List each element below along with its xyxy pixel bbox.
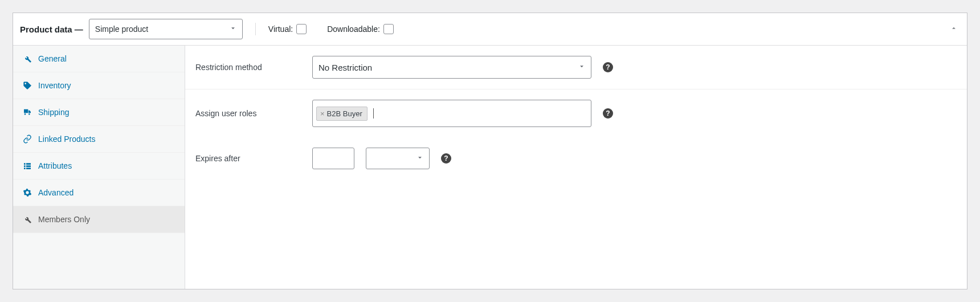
tab-inventory[interactable]: Inventory	[13, 72, 185, 99]
truck-icon	[22, 107, 32, 117]
tab-link-linked[interactable]: Linked Products	[13, 126, 185, 152]
link-icon	[22, 134, 32, 144]
wrench-icon	[22, 214, 32, 225]
tab-link-inventory[interactable]: Inventory	[13, 72, 185, 99]
product-type-select-wrap: Simple product	[89, 19, 243, 39]
tab-shipping[interactable]: Shipping	[13, 99, 185, 126]
restriction-method-label: Restriction method	[195, 63, 301, 72]
collapse-toggle-icon[interactable]	[950, 25, 958, 34]
tab-link-attributes[interactable]: Attributes	[13, 153, 185, 179]
tab-link-advanced[interactable]: Advanced	[13, 179, 185, 206]
text-cursor	[373, 108, 374, 119]
expires-after-row: Expires after ?	[185, 137, 967, 179]
tab-label: Inventory	[38, 81, 71, 90]
help-icon[interactable]: ?	[603, 108, 613, 119]
expires-value-input[interactable]	[312, 148, 354, 169]
restriction-method-row: Restriction method No Restriction ?	[185, 46, 967, 89]
tag-icon	[22, 80, 32, 91]
separator	[255, 23, 256, 35]
tab-link-shipping[interactable]: Shipping	[13, 99, 185, 125]
panel-title: Product data —	[20, 25, 83, 34]
tab-link-general[interactable]: General	[13, 46, 185, 72]
gear-icon	[22, 187, 32, 198]
expires-after-label: Expires after	[195, 154, 301, 163]
assign-user-roles-label: Assign user roles	[195, 109, 301, 118]
restriction-select-wrap: No Restriction	[312, 56, 591, 79]
product-data-tabs: GeneralInventoryShippingLinked ProductsA…	[13, 46, 185, 289]
tab-members[interactable]: Members Only	[13, 206, 185, 233]
tab-label: Attributes	[38, 161, 72, 170]
downloadable-checkbox[interactable]	[383, 24, 394, 34]
role-chip: × B2B Buyer	[316, 107, 368, 121]
tab-advanced[interactable]: Advanced	[13, 179, 185, 206]
role-chip-label: B2B Buyer	[327, 109, 362, 118]
list-icon	[22, 161, 32, 171]
tab-label: Members Only	[38, 215, 90, 224]
tab-label: Shipping	[38, 108, 70, 117]
downloadable-label: Downloadable:	[327, 25, 380, 34]
tab-label: Linked Products	[38, 134, 95, 144]
expires-unit-wrap	[366, 148, 430, 169]
panel-header: Product data — Simple product Virtual: D…	[13, 13, 967, 46]
help-icon[interactable]: ?	[441, 153, 451, 164]
restriction-method-select[interactable]: No Restriction	[312, 56, 591, 79]
virtual-checkbox[interactable]	[296, 24, 307, 34]
virtual-checkbox-group[interactable]: Virtual:	[268, 24, 307, 34]
tab-linked[interactable]: Linked Products	[13, 126, 185, 153]
tab-content-members-only: Restriction method No Restriction ? Assi…	[185, 46, 967, 289]
virtual-label: Virtual:	[268, 25, 293, 34]
wrench-icon	[22, 54, 32, 64]
tab-label: General	[38, 54, 67, 63]
expires-unit-select[interactable]	[366, 148, 430, 169]
tab-link-members[interactable]: Members Only	[13, 206, 185, 232]
remove-chip-icon[interactable]: ×	[320, 109, 325, 118]
tab-label: Advanced	[38, 188, 74, 197]
tab-attributes[interactable]: Attributes	[13, 153, 185, 179]
downloadable-checkbox-group[interactable]: Downloadable:	[327, 24, 394, 34]
panel-body: GeneralInventoryShippingLinked ProductsA…	[13, 46, 967, 289]
assign-user-roles-input[interactable]: × B2B Buyer	[312, 100, 591, 127]
help-icon[interactable]: ?	[603, 62, 613, 72]
assign-user-roles-row: Assign user roles × B2B Buyer ?	[185, 89, 967, 137]
product-type-select[interactable]: Simple product	[89, 19, 243, 39]
product-data-panel: Product data — Simple product Virtual: D…	[13, 13, 967, 289]
tab-general[interactable]: General	[13, 46, 185, 72]
